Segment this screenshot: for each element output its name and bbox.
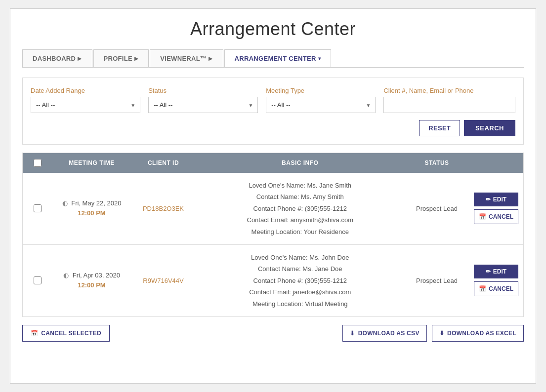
row1-time: 12:00 PM: [78, 209, 105, 217]
tab-profile-label: PROFILE: [104, 55, 132, 62]
row1-checkbox[interactable]: [34, 204, 42, 212]
table-header-row: MEETING TIME CLIENT ID BASIC INFO STATUS: [23, 153, 524, 173]
data-table: MEETING TIME CLIENT ID BASIC INFO STATUS: [22, 153, 524, 317]
row1-loved-one: Loved One's Name: Ms. Jane Smith: [201, 180, 400, 191]
row2-meeting-location: Meeting Location: Virtual Meeting: [201, 298, 400, 310]
download-excel-button[interactable]: ⬇ DOWNLOAD AS EXCEL: [432, 325, 524, 342]
download-excel-icon: ⬇: [439, 330, 444, 337]
row2-edit-button[interactable]: ✏ EDIT: [474, 265, 518, 278]
download-csv-icon: ⬇: [350, 330, 355, 337]
tab-viewneral-label: VIEWNERAL™: [160, 55, 207, 62]
download-csv-label: DOWNLOAD AS CSV: [358, 330, 420, 337]
search-field-label: Client #, Name, Email or Phone: [383, 87, 515, 94]
row2-loved-one: Loved One's Name: Ms. John Doe: [201, 252, 400, 263]
filter-buttons: RESET SEARCH: [31, 120, 515, 136]
tab-dashboard[interactable]: DASHBOARD ▶: [22, 49, 92, 67]
row1-cancel-label: CANCEL: [489, 213, 513, 220]
tab-profile[interactable]: PROFILE ▶: [93, 49, 149, 67]
row1-action-buttons: ✏ EDIT 📅 CANCEL: [474, 193, 518, 224]
cancel-selected-icon: 📅: [31, 330, 38, 337]
clock-icon: ◐: [62, 199, 68, 207]
date-added-range-wrapper: -- All --: [31, 97, 140, 113]
row2-time: 12:00 PM: [78, 281, 105, 289]
row1-contact-email: Contact Email: amysmith@shiva.com: [201, 214, 400, 226]
row1-basic-info-cell: Loved One's Name: Ms. Jane Smith Contact…: [196, 173, 405, 244]
row1-client-id-cell: PD18B2O3EK: [131, 173, 196, 244]
filters-row: Date Added Range -- All -- Status -- All…: [31, 87, 515, 113]
header-checkbox-container: [28, 159, 47, 167]
row2-basic-info: Loved One's Name: Ms. John Doe Contact N…: [201, 252, 400, 310]
row2-meeting-time-cell: ◐ Fri, Apr 03, 2020 12:00 PM: [52, 244, 131, 316]
search-field-group: Client #, Name, Email or Phone: [383, 87, 515, 113]
tab-viewneral[interactable]: VIEWNERAL™ ▶: [150, 49, 223, 67]
tab-dashboard-label: DASHBOARD: [33, 55, 76, 62]
row2-cancel-button[interactable]: 📅 CANCEL: [474, 281, 518, 296]
search-input[interactable]: [383, 97, 515, 113]
row2-action-buttons: ✏ EDIT 📅 CANCEL: [474, 265, 518, 296]
col-basic-info: BASIC INFO: [196, 153, 405, 173]
pencil-icon: ✏: [486, 196, 491, 203]
filters-section: Date Added Range -- All -- Status -- All…: [22, 78, 524, 145]
row2-edit-label: EDIT: [493, 268, 506, 275]
row2-checkbox[interactable]: [34, 276, 42, 284]
page-title: Arrangement Center: [22, 19, 524, 39]
meeting-type-wrapper: -- All --: [266, 97, 376, 113]
cancel-selected-button[interactable]: 📅 CANCEL SELECTED: [22, 325, 110, 342]
row2-cancel-label: CANCEL: [489, 285, 513, 292]
status-group: Status -- All --: [148, 87, 258, 113]
footer-row: 📅 CANCEL SELECTED ⬇ DOWNLOAD AS CSV ⬇ DO…: [22, 325, 524, 342]
date-added-range-select[interactable]: -- All --: [31, 97, 140, 113]
row2-basic-info-cell: Loved One's Name: Ms. John Doe Contact N…: [196, 244, 405, 316]
row2-status: Prospect Lead: [416, 277, 458, 284]
col-actions: [469, 153, 524, 173]
status-select[interactable]: -- All --: [148, 97, 258, 113]
col-check: [23, 153, 52, 173]
download-csv-button[interactable]: ⬇ DOWNLOAD AS CSV: [342, 325, 426, 342]
meeting-type-label: Meeting Type: [266, 87, 376, 94]
select-all-checkbox[interactable]: [34, 159, 42, 167]
row1-basic-info: Loved One's Name: Ms. Jane Smith Contact…: [201, 180, 400, 237]
col-meeting-time: MEETING TIME: [52, 153, 131, 173]
row1-cancel-button[interactable]: 📅 CANCEL: [474, 209, 518, 224]
table-row: ◐ Fri, May 22, 2020 12:00 PM PD18B2O3EK …: [23, 173, 524, 244]
main-container: Arrangement Center DASHBOARD ▶ PROFILE ▶…: [10, 8, 536, 384]
row1-contact-name: Contact Name: Ms. Amy Smith: [201, 191, 400, 202]
row2-meeting-time: ◐ Fri, Apr 03, 2020 12:00 PM: [57, 271, 126, 291]
reset-button[interactable]: RESET: [419, 120, 460, 136]
row1-client-id-link[interactable]: PD18B2O3EK: [143, 205, 184, 212]
col-status: STATUS: [405, 153, 469, 173]
row2-date: Fri, Apr 03, 2020: [73, 272, 120, 279]
row2-client-id-cell: R9W716V44V: [131, 244, 196, 316]
search-button[interactable]: SEARCH: [464, 120, 515, 136]
tab-arrangement-center-label: ARRANGEMENT CENTER: [235, 55, 316, 62]
row1-actions-cell: ✏ EDIT 📅 CANCEL: [469, 173, 524, 244]
row2-status-cell: Prospect Lead: [405, 244, 469, 316]
row2-actions-cell: ✏ EDIT 📅 CANCEL: [469, 244, 524, 316]
row2-contact-name: Contact Name: Ms. Jane Doe: [201, 263, 400, 274]
meeting-type-select[interactable]: -- All --: [266, 97, 376, 113]
download-buttons: ⬇ DOWNLOAD AS CSV ⬇ DOWNLOAD AS EXCEL: [342, 325, 524, 342]
row1-contact-phone: Contact Phone #: (305)555-1212: [201, 203, 400, 214]
col-client-id: CLIENT ID: [131, 153, 196, 173]
cancel-selected-label: CANCEL SELECTED: [41, 330, 101, 337]
tab-dashboard-arrow: ▶: [78, 56, 82, 61]
row2-checkbox-container: [28, 276, 47, 284]
row2-client-id-link[interactable]: R9W716V44V: [143, 277, 183, 284]
date-added-range-group: Date Added Range -- All --: [31, 87, 140, 113]
table-row: ◐ Fri, Apr 03, 2020 12:00 PM R9W716V44V …: [23, 244, 524, 316]
row1-date: Fri, May 22, 2020: [71, 199, 121, 207]
row1-check-cell: [23, 173, 52, 244]
clock-icon: ◐: [63, 272, 69, 279]
tab-arrangement-center[interactable]: ARRANGEMENT CENTER ▾: [224, 49, 331, 67]
pencil-icon: ✏: [486, 268, 491, 275]
meeting-type-group: Meeting Type -- All --: [266, 87, 376, 113]
row1-status: Prospect Lead: [416, 205, 458, 212]
row1-checkbox-container: [28, 204, 47, 212]
status-wrapper: -- All --: [148, 97, 258, 113]
row1-edit-button[interactable]: ✏ EDIT: [474, 193, 518, 206]
tab-profile-arrow: ▶: [134, 56, 138, 61]
download-excel-label: DOWNLOAD AS EXCEL: [447, 330, 516, 337]
row1-meeting-time-cell: ◐ Fri, May 22, 2020 12:00 PM: [52, 173, 131, 244]
tab-viewneral-arrow: ▶: [209, 56, 212, 61]
calendar-icon: 📅: [479, 285, 486, 292]
